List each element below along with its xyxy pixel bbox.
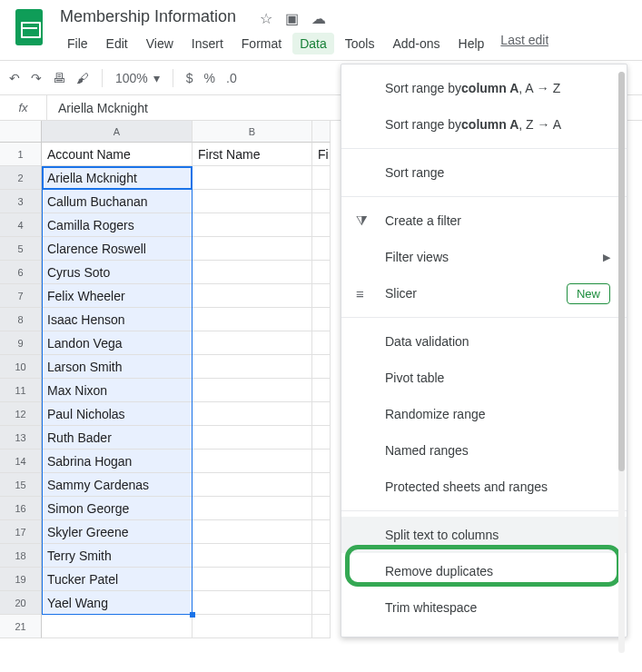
- cell[interactable]: [193, 402, 312, 426]
- cell[interactable]: [312, 591, 331, 615]
- menu-scrollbar[interactable]: [618, 72, 625, 653]
- menu-protected-sheets[interactable]: Protected sheets and ranges: [341, 469, 627, 505]
- cell[interactable]: Ruth Bader: [42, 426, 193, 450]
- row-header[interactable]: 16: [0, 497, 42, 520]
- cell[interactable]: [193, 237, 312, 261]
- decimal-button[interactable]: .0: [226, 71, 237, 85]
- menu-format[interactable]: Format: [234, 33, 289, 54]
- cell[interactable]: [312, 237, 331, 261]
- formula-input[interactable]: Ariella Mcknight: [47, 101, 148, 115]
- cell[interactable]: Fi: [312, 143, 331, 166]
- cell[interactable]: Camilla Rogers: [42, 213, 193, 237]
- cell[interactable]: [312, 450, 331, 473]
- cell[interactable]: [312, 615, 331, 638]
- menu-sort-range[interactable]: Sort range: [341, 154, 627, 191]
- cell[interactable]: Isaac Henson: [42, 308, 193, 331]
- cell[interactable]: [312, 331, 331, 355]
- cell[interactable]: [312, 402, 331, 426]
- menu-help[interactable]: Help: [451, 33, 492, 54]
- menu-sort-asc[interactable]: Sort range by column A, A → Z: [341, 70, 627, 106]
- cell[interactable]: Landon Vega: [42, 331, 193, 355]
- undo-icon[interactable]: ↶: [9, 71, 20, 85]
- cell[interactable]: Paul Nicholas: [42, 402, 193, 426]
- menu-edit[interactable]: Edit: [99, 33, 135, 54]
- select-all-corner[interactable]: [0, 121, 42, 143]
- cell[interactable]: Felix Wheeler: [42, 284, 193, 308]
- cell[interactable]: Cyrus Soto: [42, 261, 193, 284]
- menu-file[interactable]: File: [60, 33, 95, 54]
- cell[interactable]: Clarence Roswell: [42, 237, 193, 261]
- row-header[interactable]: 18: [0, 544, 42, 568]
- row-header[interactable]: 13: [0, 426, 42, 450]
- menu-filter-views[interactable]: Filter views ▶: [341, 239, 627, 275]
- row-header[interactable]: 10: [0, 355, 42, 379]
- cell[interactable]: [312, 190, 331, 213]
- row-header[interactable]: 1: [0, 143, 42, 166]
- row-header[interactable]: 3: [0, 190, 42, 213]
- cell[interactable]: [193, 379, 312, 402]
- menu-pivot-table[interactable]: Pivot table: [341, 360, 627, 396]
- cell[interactable]: Larson Smith: [42, 355, 193, 379]
- zoom-select[interactable]: 100% ▾: [115, 71, 160, 85]
- menu-sort-desc[interactable]: Sort range by column A, Z → A: [341, 106, 627, 143]
- row-header[interactable]: 6: [0, 261, 42, 284]
- cell[interactable]: Sammy Cardenas: [42, 473, 193, 497]
- cell[interactable]: [193, 355, 312, 379]
- redo-icon[interactable]: ↷: [31, 71, 42, 85]
- percent-button[interactable]: %: [204, 71, 215, 85]
- star-icon[interactable]: ☆: [260, 10, 272, 27]
- cell[interactable]: [312, 284, 331, 308]
- cell[interactable]: First Name: [193, 143, 312, 166]
- cell[interactable]: [193, 331, 312, 355]
- last-edit-link[interactable]: Last edit: [500, 33, 548, 54]
- menu-addons[interactable]: Add-ons: [385, 33, 447, 54]
- row-header[interactable]: 7: [0, 284, 42, 308]
- cell[interactable]: Account Name: [42, 143, 193, 166]
- cell[interactable]: [193, 308, 312, 331]
- print-icon[interactable]: 🖶: [53, 71, 65, 85]
- cell[interactable]: Yael Wang: [42, 591, 193, 615]
- row-header[interactable]: 21: [0, 615, 42, 638]
- menu-randomize-range[interactable]: Randomize range: [341, 396, 627, 432]
- cell[interactable]: [312, 166, 331, 190]
- cell[interactable]: [193, 166, 312, 190]
- row-header[interactable]: 12: [0, 402, 42, 426]
- column-header-c[interactable]: [312, 121, 331, 143]
- cell[interactable]: Skyler Greene: [42, 520, 193, 544]
- cell[interactable]: [312, 568, 331, 591]
- menu-remove-duplicates[interactable]: Remove duplicates: [341, 553, 627, 589]
- menu-data-validation[interactable]: Data validation: [341, 323, 627, 360]
- menu-split-text[interactable]: Split text to columns: [341, 517, 627, 553]
- cell[interactable]: [312, 213, 331, 237]
- cell[interactable]: Simon George: [42, 497, 193, 520]
- menu-slicer[interactable]: ≡ Slicer New: [341, 275, 627, 311]
- cell[interactable]: [193, 615, 312, 638]
- cell[interactable]: [193, 497, 312, 520]
- cell[interactable]: [312, 520, 331, 544]
- cell[interactable]: [193, 473, 312, 497]
- cell[interactable]: [193, 544, 312, 568]
- column-header-a[interactable]: A: [42, 121, 193, 143]
- menu-trim-whitespace[interactable]: Trim whitespace: [341, 589, 627, 626]
- row-header[interactable]: 17: [0, 520, 42, 544]
- menu-tools[interactable]: Tools: [338, 33, 382, 54]
- cell[interactable]: Callum Buchanan: [42, 190, 193, 213]
- cell[interactable]: [193, 284, 312, 308]
- row-header[interactable]: 14: [0, 450, 42, 473]
- cell[interactable]: [193, 568, 312, 591]
- menu-data[interactable]: Data: [292, 33, 334, 54]
- cell[interactable]: [312, 308, 331, 331]
- menu-insert[interactable]: Insert: [184, 33, 231, 54]
- menu-create-filter[interactable]: ⧩ Create a filter: [341, 203, 627, 239]
- cell[interactable]: [312, 426, 331, 450]
- cell[interactable]: [193, 426, 312, 450]
- cell[interactable]: [312, 261, 331, 284]
- row-header[interactable]: 19: [0, 568, 42, 591]
- row-header[interactable]: 8: [0, 308, 42, 331]
- cell[interactable]: [193, 213, 312, 237]
- cell[interactable]: [312, 544, 331, 568]
- cell[interactable]: [42, 615, 193, 638]
- row-header[interactable]: 2: [0, 166, 42, 190]
- cell[interactable]: [193, 520, 312, 544]
- row-header[interactable]: 9: [0, 331, 42, 355]
